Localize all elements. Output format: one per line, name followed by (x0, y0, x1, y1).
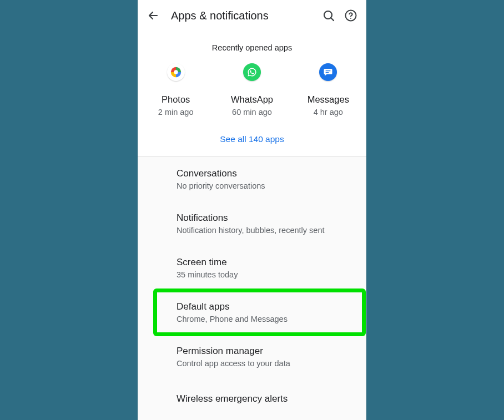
svg-rect-7 (326, 72, 329, 73)
arrow-back-icon (147, 9, 160, 22)
appbar: Apps & notifications (138, 0, 366, 31)
settings-screen: Apps & notifications Recently opened app… (138, 0, 366, 420)
svg-line-2 (331, 18, 334, 21)
help-button[interactable] (340, 4, 362, 27)
app-time: 4 hr ago (314, 108, 343, 117)
svg-rect-6 (326, 70, 331, 71)
search-icon (322, 9, 335, 22)
recent-apps-row: Photos 2 min ago WhatsApp 60 min ago (138, 60, 366, 121)
recent-apps-heading: Recently opened apps (138, 31, 366, 60)
item-conversations[interactable]: Conversations No priority conversations (138, 157, 366, 201)
item-sub: No priority conversations (177, 180, 357, 191)
see-all-apps-link[interactable]: See all 140 apps (138, 121, 366, 156)
help-icon (344, 9, 357, 22)
item-title: Notifications (177, 211, 357, 225)
item-sub: 35 minutes today (177, 269, 357, 280)
search-button[interactable] (317, 4, 340, 27)
item-title: Conversations (177, 167, 357, 180)
item-wireless-emergency-alerts[interactable]: Wireless emergency alerts (138, 379, 366, 419)
app-name: Messages (308, 94, 349, 105)
messages-icon (319, 63, 337, 81)
recent-app-photos[interactable]: Photos 2 min ago (143, 63, 209, 117)
item-title: Permission manager (177, 345, 357, 358)
app-time: 60 min ago (232, 108, 272, 117)
app-name: Photos (162, 94, 190, 105)
item-title: Screen time (177, 256, 357, 269)
item-default-apps[interactable]: Default apps Chrome, Phone and Messages (138, 290, 366, 335)
app-name: WhatsApp (231, 94, 273, 105)
item-sub: Control app access to your data (177, 358, 357, 369)
recent-app-messages[interactable]: Messages 4 hr ago (295, 63, 361, 117)
settings-list: Conversations No priority conversations … (138, 157, 366, 419)
svg-point-4 (350, 18, 351, 19)
app-time: 2 min ago (158, 108, 194, 117)
back-button[interactable] (142, 4, 164, 27)
item-title: Wireless emergency alerts (177, 389, 357, 409)
photos-icon (167, 63, 185, 81)
item-sub: Chrome, Phone and Messages (177, 313, 357, 325)
svg-point-5 (174, 70, 178, 74)
item-notifications[interactable]: Notifications Notification history, bubb… (138, 201, 366, 246)
page-title: Apps & notifications (164, 9, 317, 22)
item-permission-manager[interactable]: Permission manager Control app access to… (138, 335, 366, 379)
item-sub: Notification history, bubbles, recently … (177, 225, 357, 236)
whatsapp-icon (243, 63, 261, 81)
item-screen-time[interactable]: Screen time 35 minutes today (138, 246, 366, 290)
item-title: Default apps (177, 300, 357, 313)
recent-app-whatsapp[interactable]: WhatsApp 60 min ago (219, 63, 285, 117)
recent-apps-section: Recently opened apps Photos 2 min ago (138, 31, 366, 156)
